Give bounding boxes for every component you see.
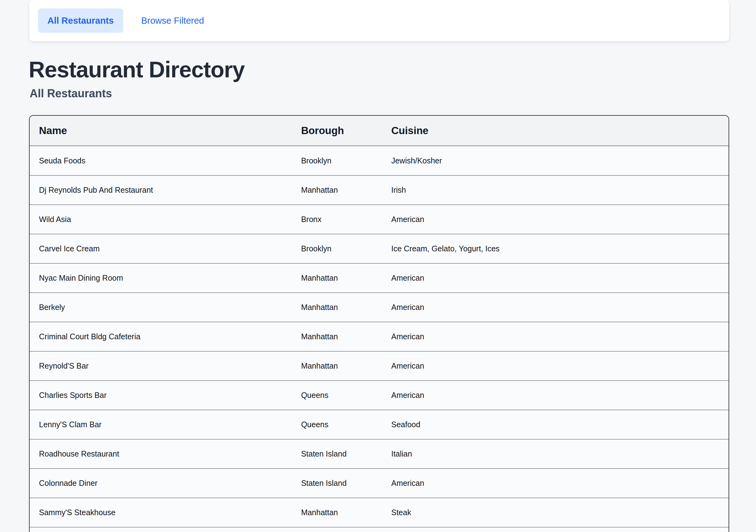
cell-name: Criminal Court Bldg Cafeteria	[30, 322, 292, 352]
restaurants-table-grid: Name Borough Cuisine Seuda Foods Brookly…	[30, 116, 729, 532]
cell-name: Charlies Sports Bar	[30, 381, 292, 410]
cell-borough: Bronx	[292, 205, 382, 234]
cell-cuisine: Jewish/Kosher	[382, 146, 729, 175]
table-row: Carvel Ice Cream Brooklyn Ice Cream, Gel…	[30, 234, 729, 263]
tab-all-restaurants[interactable]: All Restaurants	[38, 9, 123, 33]
cell-cuisine: American	[382, 205, 729, 234]
cell-name	[30, 527, 292, 532]
page: All Restaurants Browse Filtered Restaura…	[0, 0, 756, 532]
cell-borough: Staten Island	[292, 439, 382, 469]
cell-cuisine: American	[382, 322, 729, 352]
cell-borough: Manhattan	[292, 352, 382, 381]
cell-cuisine: Seafood	[382, 410, 729, 439]
cell-borough: Manhattan	[292, 175, 382, 205]
top-tabs-bar: All Restaurants Browse Filtered	[29, 0, 729, 41]
cell-name: Dj Reynolds Pub And Restaurant	[30, 175, 292, 205]
cell-cuisine	[382, 527, 729, 532]
cell-name: Reynold'S Bar	[30, 352, 292, 381]
table-row: Nyac Main Dining Room Manhattan American	[30, 263, 729, 293]
cell-cuisine: Italian	[382, 439, 729, 469]
cell-name: Wild Asia	[30, 205, 292, 234]
table-row: Wild Asia Bronx American	[30, 205, 729, 234]
cell-borough: Queens	[292, 381, 382, 410]
table-row: Berkely Manhattan American	[30, 293, 729, 322]
cell-cuisine: American	[382, 469, 729, 498]
column-header-name: Name	[30, 116, 292, 146]
cell-borough: Queens	[292, 410, 382, 439]
table-row: Colonnade Diner Staten Island American	[30, 469, 729, 498]
cell-cuisine: Irish	[382, 175, 729, 205]
table-row: Sammy'S Steakhouse Manhattan Steak	[30, 498, 729, 527]
page-title: Restaurant Directory	[29, 58, 245, 82]
cell-cuisine: Ice Cream, Gelato, Yogurt, Ices	[382, 234, 729, 263]
cell-cuisine: American	[382, 293, 729, 322]
cell-borough: Staten Island	[292, 469, 382, 498]
table-row-partial	[30, 527, 729, 532]
tab-browse-filtered[interactable]: Browse Filtered	[141, 15, 204, 26]
table-row: Charlies Sports Bar Queens American	[30, 381, 729, 410]
cell-cuisine: American	[382, 352, 729, 381]
cell-name: Carvel Ice Cream	[30, 234, 292, 263]
cell-name: Seuda Foods	[30, 146, 292, 175]
cell-name: Berkely	[30, 293, 292, 322]
cell-cuisine: Steak	[382, 498, 729, 527]
cell-name: Roadhouse Restaurant	[30, 439, 292, 469]
cell-name: Colonnade Diner	[30, 469, 292, 498]
cell-name: Nyac Main Dining Room	[30, 263, 292, 293]
table-row: Lenny'S Clam Bar Queens Seafood	[30, 410, 729, 439]
cell-borough: Manhattan	[292, 263, 382, 293]
table-row: Seuda Foods Brooklyn Jewish/Kosher	[30, 146, 729, 175]
cell-cuisine: American	[382, 263, 729, 293]
restaurants-table: Name Borough Cuisine Seuda Foods Brookly…	[29, 115, 729, 532]
table-row: Criminal Court Bldg Cafeteria Manhattan …	[30, 322, 729, 352]
column-header-borough: Borough	[292, 116, 382, 146]
table-row: Dj Reynolds Pub And Restaurant Manhattan…	[30, 175, 729, 205]
cell-borough: Manhattan	[292, 498, 382, 527]
cell-borough: Manhattan	[292, 322, 382, 352]
cell-name: Sammy'S Steakhouse	[30, 498, 292, 527]
table-header-row: Name Borough Cuisine	[30, 116, 729, 146]
cell-borough: Brooklyn	[292, 146, 382, 175]
page-subtitle: All Restaurants	[30, 87, 112, 100]
cell-borough	[292, 527, 382, 532]
cell-cuisine: American	[382, 381, 729, 410]
table-row: Reynold'S Bar Manhattan American	[30, 352, 729, 381]
cell-borough: Brooklyn	[292, 234, 382, 263]
cell-name: Lenny'S Clam Bar	[30, 410, 292, 439]
cell-borough: Manhattan	[292, 293, 382, 322]
table-row: Roadhouse Restaurant Staten Island Itali…	[30, 439, 729, 469]
column-header-cuisine: Cuisine	[382, 116, 729, 146]
